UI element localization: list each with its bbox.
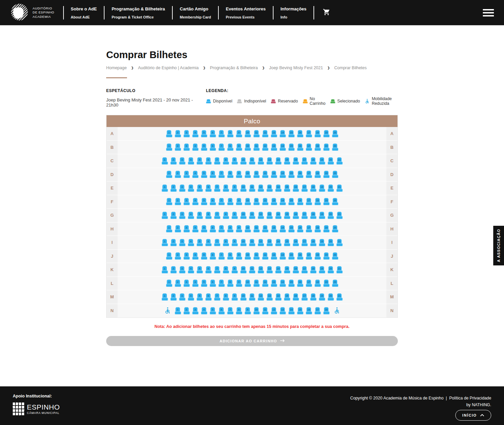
seat[interactable]: 10 [240,293,247,301]
seat[interactable]: 5 [201,252,207,260]
seat[interactable]: 13 [266,239,273,246]
seat[interactable]: 21 [336,157,343,165]
seat[interactable]: 10 [245,130,251,137]
seat[interactable]: 19 [319,266,325,273]
seat[interactable]: 14 [280,225,286,232]
seat[interactable]: 2 [170,293,177,301]
seat[interactable]: 14 [280,130,286,137]
seat[interactable]: 19 [323,252,330,260]
seat[interactable]: 21 [336,184,343,192]
seat[interactable]: 17 [306,143,312,151]
seat[interactable]: 9 [236,171,242,178]
seat[interactable]: 12 [262,171,268,178]
seat[interactable]: 3 [183,252,190,260]
seat[interactable]: 3 [179,239,185,246]
seat[interactable]: 17 [306,198,312,205]
seat[interactable]: 12 [258,293,264,301]
seat[interactable]: 15 [284,184,290,192]
seat[interactable]: 21 [336,266,343,273]
seat[interactable]: 11 [253,171,260,178]
seat[interactable]: 3 [183,198,190,205]
breadcrumb-item-2[interactable]: Programação & Bilheteira [210,66,258,70]
seat[interactable]: 11 [249,239,255,246]
seat[interactable]: 13 [271,130,277,137]
seat[interactable]: 4 [192,280,199,287]
seat[interactable]: 19 [319,157,325,165]
seat[interactable]: 13 [266,157,273,165]
seat[interactable]: 17 [301,157,308,165]
seat[interactable]: 10 [245,252,251,260]
site-logo[interactable]: AUDITÓRIO DE ESPINHO ACADEMIA [10,3,54,23]
seat[interactable]: 18 [310,157,317,165]
seat[interactable]: 7 [214,266,220,273]
seat[interactable]: 7 [218,171,225,178]
seat[interactable]: 19 [323,225,330,232]
seat[interactable]: 13 [271,171,277,178]
seat[interactable]: 11 [253,225,260,232]
seat[interactable]: 18 [310,266,317,273]
seat[interactable]: 15 [284,157,290,165]
seat[interactable]: 15 [288,252,295,260]
seat[interactable]: 8 [223,266,229,273]
seat[interactable]: 10 [245,225,251,232]
seat[interactable]: 4 [201,307,207,314]
seat[interactable]: 5 [197,212,203,219]
seat[interactable]: 12 [258,157,264,165]
seat[interactable]: 14 [280,198,286,205]
seat[interactable]: 15 [284,266,290,273]
seat[interactable]: 1 [162,184,168,192]
seat[interactable]: 7 [214,239,220,246]
seat[interactable]: 6 [218,307,225,314]
seat[interactable]: 13 [271,198,277,205]
seat[interactable]: 14 [275,266,282,273]
seat[interactable]: 1 [166,143,172,151]
seat[interactable]: 9 [232,293,238,301]
seat[interactable]: 3 [183,280,190,287]
seat[interactable]: 20 [328,266,334,273]
seat[interactable]: 5 [197,239,203,246]
seat[interactable]: 7 [218,252,225,260]
seat[interactable]: 6 [205,212,212,219]
seat[interactable]: 7 [214,157,220,165]
seat[interactable]: 13 [266,212,273,219]
seat[interactable]: 2 [175,171,181,178]
seat[interactable]: 9 [236,252,242,260]
seat[interactable]: 16 [297,143,303,151]
seat[interactable]: 14 [275,293,282,301]
seat[interactable]: 14 [275,239,282,246]
seat[interactable]: 7 [214,293,220,301]
seat[interactable]: 18 [314,280,321,287]
seat[interactable]: 6 [210,252,216,260]
cart-button[interactable] [313,6,339,19]
seat[interactable]: 6 [205,266,212,273]
seat[interactable]: 16 [297,198,303,205]
seat[interactable]: 16 [297,130,303,137]
seat[interactable]: 2 [175,280,181,287]
seat[interactable]: 9 [232,212,238,219]
nav-item-1[interactable]: Programação & BilheteiraProgram & Ticket… [104,6,172,19]
seat[interactable]: 16 [306,307,312,314]
seat[interactable]: 18 [314,143,321,151]
seat[interactable]: 9 [232,157,238,165]
seat[interactable]: 8 [223,157,229,165]
seat[interactable]: 2 [170,184,177,192]
seat[interactable]: 15 [288,280,295,287]
seat[interactable]: 21 [336,212,343,219]
seat[interactable]: 14 [280,280,286,287]
seat[interactable]: 8 [227,225,234,232]
seat[interactable]: 14 [280,171,286,178]
seat[interactable]: 5 [210,307,216,314]
seat[interactable]: 8 [227,143,234,151]
seat[interactable]: 11 [253,143,260,151]
seat[interactable]: 10 [245,198,251,205]
seat[interactable]: 6 [210,130,216,137]
seat[interactable]: 5 [201,143,207,151]
seat[interactable]: 3 [183,225,190,232]
seat[interactable]: 15 [288,143,295,151]
seat[interactable]: 16 [293,157,299,165]
seat[interactable]: 20 [332,252,338,260]
seat[interactable]: 16 [297,171,303,178]
seat[interactable]: 7 [227,307,234,314]
seat[interactable]: 10 [240,184,247,192]
seat[interactable]: 1 [162,239,168,246]
